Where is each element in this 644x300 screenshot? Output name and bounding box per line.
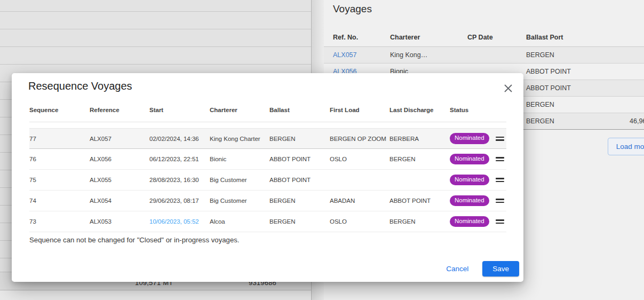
sequence-cell: 77	[29, 136, 90, 142]
charterer-cell: Bionic	[210, 156, 269, 162]
ballast-cell: ABBOT POINT	[269, 156, 330, 162]
drag-handle-icon[interactable]	[496, 197, 504, 204]
first-load-cell: OSLO	[330, 156, 389, 162]
start-cell: 29/06/2023, 08:17	[149, 198, 210, 204]
resequence-table-header: SequenceReferenceStartChartererBallastFi…	[29, 107, 506, 122]
drag-handle-icon[interactable]	[496, 135, 504, 143]
charterer-cell: King Kong…	[390, 51, 427, 59]
resequence-voyages-modal: Resequence Voyages SequenceReferenceStar…	[12, 73, 523, 282]
handle-cell	[492, 155, 506, 163]
resequence-row: 74ALX05429/06/2023, 08:17Big CustomerBER…	[29, 191, 506, 211]
sequence-cell: 75	[29, 177, 90, 183]
cancel-button[interactable]: Cancel	[440, 262, 475, 276]
status-badge: Nominated	[450, 133, 489, 144]
modal-actions: Cancel Save	[440, 260, 519, 277]
ballast-port-cell: BERGEN	[526, 101, 554, 108]
status-badge: Nominated	[450, 195, 489, 207]
first-load-cell: ABADAN	[330, 198, 389, 204]
ballast-port-cell: ABBOT POINT	[526, 68, 571, 75]
column-header-status: Status	[450, 107, 492, 113]
start-cell: 02/02/2024, 14:36	[149, 136, 210, 142]
column-header-cp-date: CP Date	[467, 34, 493, 41]
sequence-cell: 74	[29, 198, 90, 204]
app-root: 109,571 MT 9319686 Voyages Ref. No. Char…	[0, 0, 644, 300]
resequence-row: 76ALX05606/12/2023, 22:51BionicABBOT POI…	[29, 149, 506, 170]
column-header-ballast: Ballast	[269, 107, 330, 113]
reference-cell: ALX056	[90, 156, 149, 162]
status-cell: Nominated	[450, 195, 492, 207]
ballast-cell: ABBOT POINT	[269, 177, 330, 183]
sequence-cell: 76	[29, 156, 90, 162]
reference-cell: ALX055	[90, 177, 149, 183]
ref-no-link[interactable]: ALX057	[333, 51, 356, 59]
ballast-port-cell: BERGEN	[526, 117, 554, 125]
status-cell: Nominated	[450, 133, 492, 144]
status-badge: Nominated	[450, 154, 489, 165]
status-badge: Nominated	[450, 175, 489, 186]
voyages-table-header: Ref. No. Charterer CP Date Ballast Port	[324, 29, 644, 47]
ballast-cell: BERGEN	[269, 218, 330, 225]
last-discharge-cell: BERGEN	[389, 156, 450, 162]
close-icon[interactable]	[502, 82, 514, 94]
charterer-cell: Alcoa	[210, 218, 269, 225]
column-header-first-load: First Load	[330, 107, 389, 113]
column-header-start: Start	[149, 107, 210, 113]
column-header-sequence: Sequence	[29, 107, 90, 113]
resequence-row: 73ALX05310/06/2023, 05:52AlcoaBERGENOSLO…	[29, 211, 506, 232]
amount-cell: 46,96	[630, 117, 644, 125]
first-load-cell: BERGEN OP ZOOM	[330, 136, 389, 142]
reference-cell: ALX053	[90, 218, 149, 225]
ballast-port-cell: BERGEN	[526, 51, 554, 59]
charterer-cell: Big Customer	[210, 198, 269, 204]
resequence-row: 75ALX05528/08/2023, 16:30Big CustomerABB…	[29, 170, 506, 191]
column-header-ref-no: Ref. No.	[333, 34, 358, 41]
status-cell: Nominated	[450, 175, 492, 186]
drag-handle-icon[interactable]	[496, 218, 504, 225]
drag-handle-icon[interactable]	[496, 176, 504, 184]
column-header-ballast-port: Ballast Port	[526, 34, 563, 41]
last-discharge-cell: ABBOT POINT	[389, 198, 450, 204]
handle-cell	[492, 197, 506, 204]
modal-title: Resequence Voyages	[28, 80, 132, 92]
column-header-charterer: Charterer	[390, 34, 420, 41]
status-badge: Nominated	[450, 216, 489, 227]
handle-cell	[492, 218, 506, 225]
first-load-cell: OSLO	[330, 218, 389, 225]
start-cell: 06/12/2023, 22:51	[149, 156, 210, 162]
voyages-panel-title: Voyages	[333, 3, 372, 15]
start-cell: 28/08/2023, 16:30	[149, 177, 210, 183]
column-header-last-discharge: Last Discharge	[389, 107, 450, 113]
sequence-note: Sequence can not be changed for "Closed"…	[29, 236, 240, 244]
ballast-cell: BERGEN	[269, 136, 330, 142]
save-button[interactable]: Save	[482, 261, 519, 277]
handle-cell	[492, 135, 506, 143]
handle-cell	[492, 176, 506, 184]
background-footer-strip	[0, 290, 311, 300]
voyages-table-row: ALX057King Kong…BERGEN	[324, 47, 644, 64]
charterer-cell: Big Customer	[210, 177, 269, 183]
start-date-link[interactable]: 10/06/2023, 05:52	[149, 218, 210, 225]
ballast-cell: BERGEN	[269, 198, 330, 204]
resequence-table: SequenceReferenceStartChartererBallastFi…	[29, 107, 506, 232]
ballast-port-cell: ABBOT POINT	[526, 84, 571, 92]
charterer-cell: King Kong Charter	[210, 136, 269, 142]
sequence-cell: 73	[29, 218, 90, 225]
resequence-table-body: 77ALX05702/02/2024, 14:36King Kong Chart…	[29, 128, 506, 232]
status-cell: Nominated	[450, 216, 492, 227]
column-header-charterer: Charterer	[210, 107, 269, 113]
resequence-row: 77ALX05702/02/2024, 14:36King Kong Chart…	[29, 128, 506, 149]
load-more-button[interactable]: Load more	[608, 138, 644, 155]
reference-cell: ALX057	[90, 136, 149, 142]
last-discharge-cell: BERGEN	[389, 218, 450, 225]
column-header-reference: Reference	[90, 107, 149, 113]
last-discharge-cell: BERBERA	[389, 136, 450, 142]
close-x-glyph	[504, 84, 513, 93]
status-cell: Nominated	[450, 154, 492, 165]
reference-cell: ALX054	[90, 198, 149, 204]
drag-handle-icon[interactable]	[496, 155, 504, 163]
